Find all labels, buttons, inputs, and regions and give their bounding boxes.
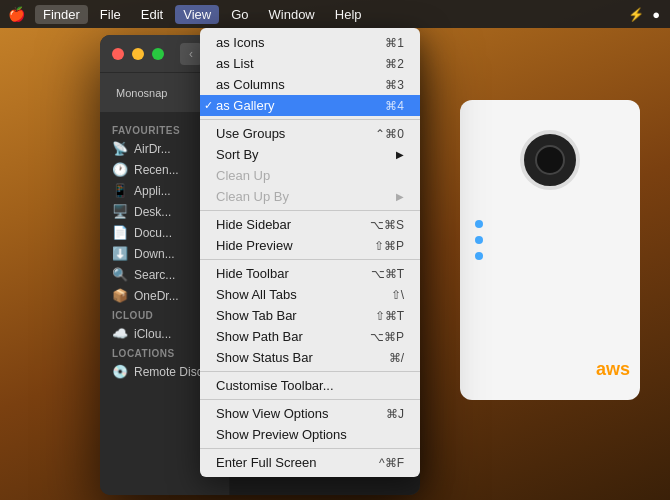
monosnap-label: Monosnap — [116, 87, 167, 99]
aws-logo: aws — [596, 359, 630, 380]
menu-label-as-gallery: as Gallery — [216, 98, 275, 113]
menu-item-as-list[interactable]: as List ⌘2 — [200, 53, 420, 74]
menu-label-clean-up-by: Clean Up By — [216, 189, 289, 204]
shortcut-as-gallery: ⌘4 — [385, 99, 404, 113]
menu-item-clean-up: Clean Up — [200, 165, 420, 186]
menu-item-show-status-bar[interactable]: Show Status Bar ⌘/ — [200, 347, 420, 368]
shortcut-use-groups: ⌃⌘0 — [375, 127, 404, 141]
sidebar-desktop-label: Desk... — [134, 205, 171, 219]
separator-3 — [200, 259, 420, 260]
camera-device: aws — [440, 60, 640, 440]
menu-label-show-view-options: Show View Options — [216, 406, 329, 421]
shortcut-as-list: ⌘2 — [385, 57, 404, 71]
menu-label-enter-full-screen: Enter Full Screen — [216, 455, 316, 470]
menu-label-show-path-bar: Show Path Bar — [216, 329, 303, 344]
sidebar-icloud-label: iClou... — [134, 327, 171, 341]
separator-4 — [200, 371, 420, 372]
sidebar-search-label: Searc... — [134, 268, 175, 282]
back-button[interactable]: ‹ — [180, 43, 202, 65]
camera-lens — [520, 130, 580, 190]
shortcut-show-path-bar: ⌥⌘P — [370, 330, 404, 344]
menu-item-show-tab-bar[interactable]: Show Tab Bar ⇧⌘T — [200, 305, 420, 326]
desktop-icon: 🖥️ — [112, 204, 128, 219]
shortcut-hide-preview: ⇧⌘P — [374, 239, 404, 253]
sidebar-remote-disc-label: Remote Disc — [134, 365, 203, 379]
menu-item-sort-by[interactable]: Sort By ▶ — [200, 144, 420, 165]
shortcut-enter-full-screen: ^⌘F — [379, 456, 404, 470]
sidebar-downloads-label: Down... — [134, 247, 175, 261]
menu-label-as-list: as List — [216, 56, 254, 71]
sidebar-documents-label: Docu... — [134, 226, 172, 240]
applications-icon: 📱 — [112, 183, 128, 198]
menu-label-show-preview-options: Show Preview Options — [216, 427, 347, 442]
camera-lens-inner — [535, 145, 565, 175]
menubar-go[interactable]: Go — [223, 5, 256, 24]
maximize-button[interactable] — [152, 48, 164, 60]
separator-2 — [200, 210, 420, 211]
checkmark-as-gallery: ✓ — [204, 99, 213, 112]
menu-label-show-status-bar: Show Status Bar — [216, 350, 313, 365]
minimize-button[interactable] — [132, 48, 144, 60]
menu-item-customise-toolbar[interactable]: Customise Toolbar... — [200, 375, 420, 396]
menu-item-show-all-tabs[interactable]: Show All Tabs ⇧\ — [200, 284, 420, 305]
menu-label-as-icons: as Icons — [216, 35, 264, 50]
separator-5 — [200, 399, 420, 400]
airdrop-icon: 📡 — [112, 141, 128, 156]
menu-item-show-path-bar[interactable]: Show Path Bar ⌥⌘P — [200, 326, 420, 347]
menu-label-show-all-tabs: Show All Tabs — [216, 287, 297, 302]
menu-label-show-tab-bar: Show Tab Bar — [216, 308, 297, 323]
separator-1 — [200, 119, 420, 120]
menu-label-use-groups: Use Groups — [216, 126, 285, 141]
camera-status-dots — [475, 220, 483, 260]
menu-label-hide-preview: Hide Preview — [216, 238, 293, 253]
menubar-window[interactable]: Window — [261, 5, 323, 24]
menu-item-show-view-options[interactable]: Show View Options ⌘J — [200, 403, 420, 424]
sidebar-recents-label: Recen... — [134, 163, 179, 177]
menu-item-hide-preview[interactable]: Hide Preview ⇧⌘P — [200, 235, 420, 256]
menu-item-as-icons[interactable]: as Icons ⌘1 — [200, 32, 420, 53]
shortcut-hide-toolbar: ⌥⌘T — [371, 267, 404, 281]
menu-label-hide-toolbar: Hide Toolbar — [216, 266, 289, 281]
shortcut-show-view-options: ⌘J — [386, 407, 404, 421]
sidebar-applications-label: Appli... — [134, 184, 171, 198]
separator-6 — [200, 448, 420, 449]
menubar-edit[interactable]: Edit — [133, 5, 171, 24]
search-icon: 🔍 — [112, 267, 128, 282]
camera-body: aws — [460, 100, 640, 400]
menubar: 🍎 Finder File Edit View Go Window Help ⚡… — [0, 0, 670, 28]
shortcut-show-status-bar: ⌘/ — [389, 351, 404, 365]
menu-item-enter-full-screen[interactable]: Enter Full Screen ^⌘F — [200, 452, 420, 473]
menubar-file[interactable]: File — [92, 5, 129, 24]
menu-label-hide-sidebar: Hide Sidebar — [216, 217, 291, 232]
shortcut-hide-sidebar: ⌥⌘S — [370, 218, 404, 232]
menu-item-as-gallery[interactable]: ✓ as Gallery ⌘4 — [200, 95, 420, 116]
menu-item-hide-toolbar[interactable]: Hide Toolbar ⌥⌘T — [200, 263, 420, 284]
shortcut-show-all-tabs: ⇧\ — [391, 288, 404, 302]
menubar-view[interactable]: View — [175, 5, 219, 24]
apple-menu[interactable]: 🍎 — [8, 6, 25, 22]
shortcut-as-icons: ⌘1 — [385, 36, 404, 50]
menu-label-customise-toolbar: Customise Toolbar... — [216, 378, 334, 393]
status-dot-1 — [475, 220, 483, 228]
onedrive-icon: 📦 — [112, 288, 128, 303]
shortcut-as-columns: ⌘3 — [385, 78, 404, 92]
status-dot-3 — [475, 252, 483, 260]
menubar-finder[interactable]: Finder — [35, 5, 88, 24]
arrow-clean-up-by: ▶ — [396, 191, 404, 202]
menu-label-sort-by: Sort By — [216, 147, 259, 162]
icloud-icon: ☁️ — [112, 326, 128, 341]
arrow-sort-by: ▶ — [396, 149, 404, 160]
sidebar-airdrop-label: AirDr... — [134, 142, 171, 156]
menubar-help[interactable]: Help — [327, 5, 370, 24]
recents-icon: 🕐 — [112, 162, 128, 177]
menu-label-as-columns: as Columns — [216, 77, 285, 92]
menu-item-use-groups[interactable]: Use Groups ⌃⌘0 — [200, 123, 420, 144]
downloads-icon: ⬇️ — [112, 246, 128, 261]
close-button[interactable] — [112, 48, 124, 60]
menu-item-show-preview-options[interactable]: Show Preview Options — [200, 424, 420, 445]
shortcut-show-tab-bar: ⇧⌘T — [375, 309, 404, 323]
menu-item-hide-sidebar[interactable]: Hide Sidebar ⌥⌘S — [200, 214, 420, 235]
menu-item-as-columns[interactable]: as Columns ⌘3 — [200, 74, 420, 95]
menubar-right: ⚡ ● — [628, 7, 660, 22]
remote-disc-icon: 💿 — [112, 364, 128, 379]
